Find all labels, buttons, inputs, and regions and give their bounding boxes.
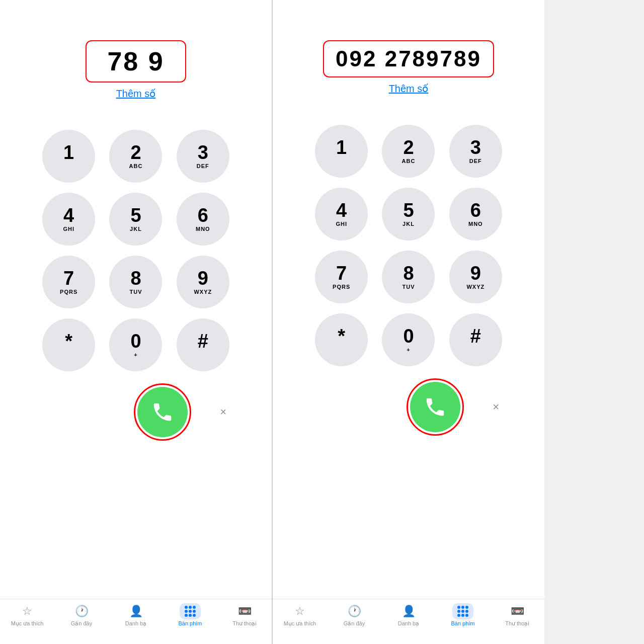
call-btn-wrap-2 [407,378,464,436]
dial-btn-2-1[interactable]: 2ABC [109,130,162,183]
phone-screen-1: 78 9 Thêm số 12ABC3DEF4GHI5JKL6MNO7PQRS8… [0,0,272,644]
tab-keypad-2[interactable]: Bàn phím [436,604,490,626]
letters-3-2: DEF [469,158,482,165]
call-btn-wrap-1 [134,383,191,441]
letters-0-1: + [134,352,137,359]
tab-recent-1[interactable]: 🕐 Gần đây [54,604,109,627]
digit-0-1: 0 [130,332,141,351]
letters-9-2: WXYZ [466,284,485,291]
dial-btn-1-1[interactable]: 1 [42,130,95,183]
tab-favorites-2[interactable]: ☆ Mục ưa thích [273,604,327,627]
dial-btn-*-1[interactable]: * [42,318,95,371]
dial-btn-9-2[interactable]: 9WXYZ [449,251,502,303]
bottom-row-1: × [40,383,231,441]
digit-4-2: 4 [336,201,347,220]
dial-btn-0-2[interactable]: 0+ [382,313,435,366]
digit-2-2: 2 [403,138,414,157]
tab-voicemail-1[interactable]: 📼 Thư thoại [217,604,272,627]
digit-7-2: 7 [336,264,347,283]
grid-icon-2 [456,604,470,618]
digit-3-1: 3 [198,143,208,162]
dial-btn-5-1[interactable]: 5JKL [109,193,162,246]
tab-label-favorites-1: Mục ưa thích [11,620,44,627]
letters-0-2: + [407,347,410,354]
dial-btn-7-1[interactable]: 7PQRS [42,256,95,308]
grid-icon-1 [183,604,197,618]
letters-4-2: GHI [336,221,347,228]
dial-btn-*-2[interactable]: * [315,313,368,366]
tab-bar-1: ☆ Mục ưa thích 🕐 Gần đây 👤 Danh bạ [0,599,272,644]
dial-btn-7-2[interactable]: 7PQRS [315,251,368,303]
person-icon-2: 👤 [401,604,416,618]
digit-6-1: 6 [198,206,208,225]
number-display-2: 092 2789789 Thêm số [273,40,544,95]
dial-btn-3-2[interactable]: 3DEF [449,125,502,178]
clock-icon-2: 🕐 [347,604,361,618]
dial-btn-5-2[interactable]: 5JKL [382,188,435,240]
digit-*-1: * [65,332,72,351]
letters-7-2: PQRS [333,284,350,291]
dial-btn-#-2[interactable]: # [449,313,502,366]
tab-label-keypad-1: Bàn phím [178,620,202,626]
digit-*-2: * [338,327,345,346]
dial-btn-9-1[interactable]: 9WXYZ [177,256,229,308]
phone-number-1: 78 9 [86,40,186,83]
digit-5-1: 5 [130,206,141,225]
phone-screen-2: 092 2789789 Thêm số 12ABC3DEF4GHI5JKL6MN… [273,0,544,644]
digit-7-1: 7 [63,269,74,288]
letters-8-2: TUV [402,284,415,291]
add-number-link-1[interactable]: Thêm số [116,88,156,100]
phone-icon-2 [424,395,447,419]
letters-6-2: MNO [468,221,483,228]
letters-9-1: WXYZ [194,289,212,296]
person-icon-1: 👤 [129,604,143,618]
digit-1-2: 1 [336,138,347,157]
digit-6-2: 6 [470,201,481,220]
letters-3-1: DEF [197,163,209,170]
digit-9-1: 9 [198,269,208,288]
dial-btn-2-2[interactable]: 2ABC [382,125,435,178]
voicemail-icon-1: 📼 [237,604,252,618]
letters-7-1: PQRS [60,289,77,296]
digit-8-1: 8 [130,269,141,288]
dial-btn-6-2[interactable]: 6MNO [449,188,502,240]
dialpad-1: 12ABC3DEF4GHI5JKL6MNO7PQRS8TUV9WXYZ*0+# [40,130,231,371]
tab-contacts-1[interactable]: 👤 Danh bạ [109,604,163,627]
voicemail-icon-2: 📼 [510,604,524,618]
digit-9-2: 9 [470,264,481,283]
digit-#-2: # [470,327,481,346]
dial-btn-0-1[interactable]: 0+ [109,318,162,371]
dial-btn-6-1[interactable]: 6MNO [177,193,229,246]
letters-2-1: ABC [129,163,143,170]
letters-5-2: JKL [403,221,415,228]
tab-label-contacts-1: Danh bạ [125,620,146,627]
digit-1-1: 1 [63,143,74,162]
bottom-row-2: × [313,378,504,436]
digit-5-2: 5 [403,201,414,220]
tab-contacts-2[interactable]: 👤 Danh bạ [381,604,436,627]
dial-btn-4-2[interactable]: 4GHI [315,188,368,240]
add-number-link-2[interactable]: Thêm số [389,83,429,95]
tab-bar-2: ☆ Mục ưa thích 🕐 Gần đây 👤 Danh bạ [273,599,544,644]
delete-button-2[interactable]: × [493,400,499,414]
dial-btn-3-1[interactable]: 3DEF [177,130,229,183]
dial-btn-#-1[interactable]: # [177,318,229,371]
tab-label-voicemail-2: Thư thoại [505,620,529,627]
tab-label-favorites-2: Mục ưa thích [284,620,316,627]
tab-recent-2[interactable]: 🕐 Gần đây [327,604,381,627]
dial-btn-4-1[interactable]: 4GHI [42,193,95,246]
star-icon-2: ☆ [293,604,307,618]
clock-icon-1: 🕐 [74,604,89,618]
dial-btn-1-2[interactable]: 1 [315,125,368,178]
tab-keypad-1[interactable]: Bàn phím [163,604,217,626]
tab-voicemail-2[interactable]: 📼 Thư thoại [490,604,544,627]
call-button-1[interactable] [137,387,188,437]
dial-btn-8-2[interactable]: 8TUV [382,251,435,303]
dial-btn-8-1[interactable]: 8TUV [109,256,162,308]
digit-2-1: 2 [130,143,141,162]
delete-button-1[interactable]: × [220,406,226,419]
call-button-2[interactable] [410,382,460,432]
letters-4-1: GHI [63,226,74,233]
tab-label-contacts-2: Danh bạ [398,620,419,627]
tab-favorites-1[interactable]: ☆ Mục ưa thích [0,604,54,627]
